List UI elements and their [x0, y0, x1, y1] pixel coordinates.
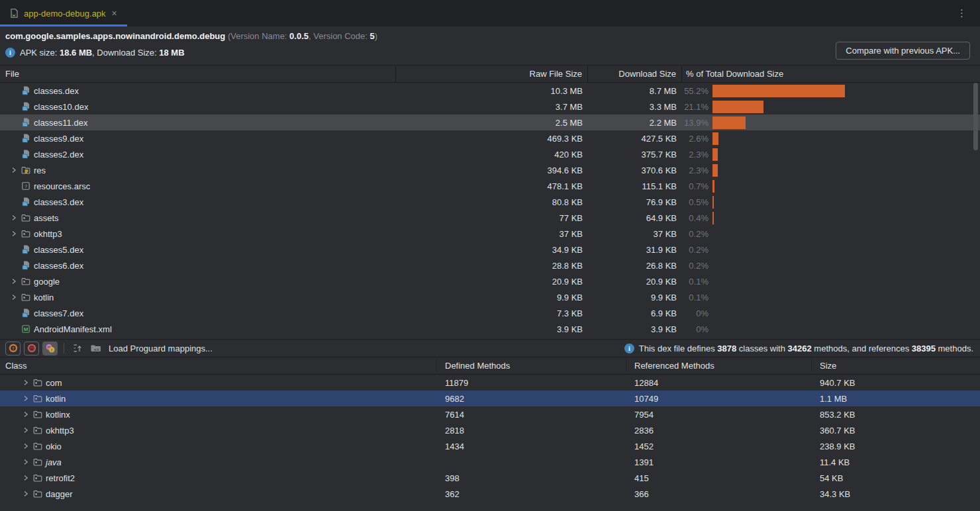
expand-chevron[interactable] [9, 214, 18, 221]
class-row-okio[interactable]: okio14341452238.9 KB [0, 438, 980, 454]
file-name-cell: 01classes3.dex [0, 197, 396, 207]
class-name: okio [46, 441, 62, 451]
download-size: 76.9 KB [588, 197, 682, 207]
percent-label: 2.3% [682, 165, 712, 175]
expand-chevron[interactable] [21, 395, 30, 402]
chevron-right-icon [11, 278, 17, 285]
defined-methods: 9682 [437, 394, 626, 404]
file-row-google[interactable]: google20.9 KB20.9 KB0.1% [0, 273, 980, 289]
class-row-retrofit2[interactable]: retrofit239841554 KB [0, 470, 980, 486]
class-row-kotlin[interactable]: kotlin9682107491.1 MB [0, 391, 980, 406]
file-row-classes6.dex[interactable]: 01classes6.dex28.8 KB26.8 KB0.2% [0, 257, 980, 273]
expand-chevron[interactable] [21, 475, 30, 481]
class-row-java[interactable]: java139111.4 KB [0, 454, 980, 470]
file-row-resources.arsc[interactable]: ?resources.arsc478.1 KB115.1 KB0.7% [0, 178, 980, 194]
file-row-classes5.dex[interactable]: 01classes5.dex34.9 KB31.9 KB0.2% [0, 242, 980, 257]
overflow-menu-icon[interactable]: ⋮ [953, 6, 971, 21]
methods-count: 34262 [788, 344, 812, 353]
class-row-kotlinx[interactable]: kotlinx76147954853.2 KB [0, 406, 980, 422]
column-header-defined-methods[interactable]: Defined Methods [437, 357, 626, 374]
column-header-class[interactable]: Class [0, 357, 437, 374]
file-row-classes2.dex[interactable]: 01classes2.dex420 KB375.7 KB2.3% [0, 146, 980, 162]
class-name-cell: dagger [0, 488, 437, 499]
file-name-cell: assets [0, 212, 396, 223]
expand-chevron[interactable] [21, 443, 30, 449]
tab-close-icon[interactable]: × [111, 9, 119, 18]
expand-tree-button[interactable] [70, 342, 85, 355]
expand-chevron[interactable] [21, 379, 30, 386]
class-row-dagger[interactable]: dagger36236634.3 KB [0, 486, 980, 502]
class-name-cell: okio [0, 441, 437, 451]
file-row-res[interactable]: res394.6 KB370.6 KB2.3% [0, 162, 980, 178]
file-row-classes7.dex[interactable]: 01classes7.dex7.3 KB6.9 KB0% [0, 305, 980, 321]
download-size: 26.8 KB [588, 261, 682, 271]
raw-file-size: 80.8 KB [396, 197, 588, 207]
download-size: 3.3 MB [588, 102, 682, 112]
file-row-assets[interactable]: assets77 KB64.9 KB0.4% [0, 210, 980, 226]
file-row-classes10.dex[interactable]: 01classes10.dex3.7 MB3.3 MB21.1% [0, 99, 980, 115]
class-row-com[interactable]: com1187912884940.7 KB [0, 375, 980, 391]
tab-apk-file[interactable]: app-demo-debug.apk × [0, 0, 127, 26]
apk-size-text: APK size: 18.6 MB, Download Size: 18 MB [20, 48, 185, 58]
file-name-cell: 01classes11.dex [0, 117, 396, 128]
chevron-right-icon [11, 214, 17, 221]
expand-chevron[interactable] [21, 411, 30, 418]
raw-file-size: 37 KB [396, 229, 588, 239]
file-name: resources.arsc [34, 181, 90, 191]
download-size-value: 18 MB [159, 48, 184, 58]
raw-file-size: 478.1 KB [396, 181, 588, 191]
file-row-classes11.dex[interactable]: 01classes11.dex2.5 MB2.2 MB13.9% [0, 115, 980, 130]
load-mappings-button[interactable]: a.b [88, 342, 103, 355]
expand-chevron[interactable] [9, 278, 18, 285]
raw-file-size: 10.3 MB [396, 86, 588, 96]
file-row-classes.dex[interactable]: 01classes.dex10.3 MB8.7 MB55.2% [0, 83, 980, 99]
file-name: kotlin [34, 293, 54, 302]
class-table-header: Class Defined Methods Referenced Methods… [0, 357, 980, 375]
percent-bar [712, 180, 714, 193]
percent-label: 13.9% [682, 118, 712, 128]
show-all-members-toggle[interactable]: m f [42, 342, 58, 355]
show-methods-toggle[interactable]: m [24, 342, 39, 355]
file-row-classes3.dex[interactable]: 01classes3.dex80.8 KB76.9 KB0.5% [0, 194, 980, 210]
class-row-okhttp3[interactable]: okhttp328182836360.7 KB [0, 422, 980, 438]
class-size: 54 KB [812, 473, 980, 483]
expand-chevron[interactable] [9, 230, 18, 237]
chevron-right-icon [23, 459, 29, 465]
chevron-right-icon [23, 490, 29, 497]
file-row-okhttp3[interactable]: okhttp337 KB37 KB0.2% [0, 226, 980, 242]
class-name-cell: retrofit2 [0, 473, 437, 483]
package-name: com.google.samples.apps.nowinandroid.dem… [5, 31, 225, 41]
expand-chevron[interactable] [21, 459, 30, 465]
file-table-body: 01classes.dex10.3 MB8.7 MB55.2% 01classe… [0, 83, 980, 339]
percent-bar [712, 148, 718, 161]
dex-file-icon: 01 [21, 197, 31, 207]
column-header-size[interactable]: Size [812, 357, 980, 374]
vertical-scrollbar[interactable] [973, 83, 978, 150]
manifest-file-icon: M [21, 324, 31, 334]
column-header-referenced-methods[interactable]: Referenced Methods [626, 357, 812, 374]
compare-apk-button[interactable]: Compare with previous APK... [836, 42, 970, 60]
dex-file-icon: 01 [21, 308, 31, 318]
column-header-raw-size[interactable]: Raw File Size [396, 66, 588, 82]
expand-chevron[interactable] [21, 490, 30, 497]
expand-chevron[interactable] [9, 167, 18, 173]
package-line: com.google.samples.apps.nowinandroid.dem… [0, 30, 980, 41]
column-header-percent[interactable]: % of Total Download Size [682, 66, 980, 82]
mappings-folder-icon: a.b [90, 343, 101, 353]
class-size: 853.2 KB [812, 410, 980, 420]
column-header-file[interactable]: File [0, 66, 396, 82]
package-folder-icon [21, 292, 31, 302]
expand-chevron[interactable] [21, 427, 30, 434]
apk-size-value: 18.6 MB [60, 48, 92, 58]
show-fields-toggle[interactable]: f [5, 342, 21, 355]
download-size: 31.9 KB [588, 245, 682, 255]
dex-info-icon: i [624, 344, 634, 353]
file-name-cell: 01classes5.dex [0, 244, 396, 255]
column-header-download-size[interactable]: Download Size [588, 66, 682, 82]
file-row-kotlin[interactable]: kotlin9.9 KB9.9 KB0.1% [0, 289, 980, 305]
fields-icon: f [8, 343, 19, 353]
file-row-classes9.dex[interactable]: 01classes9.dex469.3 KB427.5 KB2.6% [0, 130, 980, 146]
file-row-AndroidManifest.xml[interactable]: MAndroidManifest.xml3.9 KB3.9 KB0% [0, 321, 980, 337]
expand-chevron[interactable] [9, 294, 18, 301]
class-name: retrofit2 [46, 473, 75, 483]
